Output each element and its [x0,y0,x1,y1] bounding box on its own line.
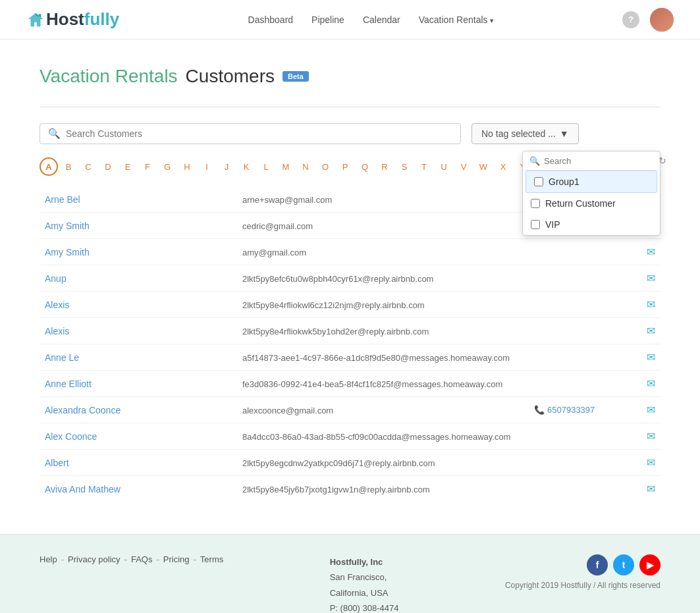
alpha-letter-V[interactable]: V [454,157,473,176]
alpha-letter-O[interactable]: O [316,157,335,176]
customer-name[interactable]: Albert [45,458,69,468]
alpha-letter-C[interactable]: C [79,157,97,176]
tag-checkbox-group1[interactable] [534,177,543,186]
help-icon[interactable]: ? [622,11,639,28]
footer-link-privacy-policy[interactable]: Privacy policy [68,554,120,564]
avatar-image [650,8,674,32]
alpha-letter-B[interactable]: B [59,157,78,176]
customer-name[interactable]: Alex Coonce [45,431,97,442]
alpha-letter-A[interactable]: A [40,157,58,176]
alpha-letter-I[interactable]: I [198,157,216,176]
header-icons: ? [622,8,674,32]
mail-icon[interactable]: ✉ [647,457,655,468]
footer-link-help[interactable]: Help [40,554,57,564]
search-input[interactable] [66,128,452,139]
footer-link-terms[interactable]: Terms [200,554,223,564]
table-row: Anup 2lkt5py8efc6tu0w8pbh40cyr61x@reply.… [40,265,660,292]
tag-dropdown-button[interactable]: No tag selected ... ▼ [471,123,579,144]
mail-icon[interactable]: ✉ [647,483,655,494]
alpha-letter-H[interactable]: H [178,157,196,176]
footer-link-separator: - [194,554,196,564]
table-row: Anne Le a5f14873-aee1-4c97-866e-a1dc8f9d… [40,344,660,371]
customer-name[interactable]: Aviva And Mathew [45,484,121,494]
tag-checkbox-vip[interactable] [531,220,540,229]
alpha-letter-S[interactable]: S [395,157,414,176]
alpha-letter-T[interactable]: T [415,157,433,176]
alpha-letter-F[interactable]: F [138,157,157,176]
customer-name[interactable]: Arne Bel [45,194,80,205]
mail-icon[interactable]: ✉ [647,299,655,310]
footer-link-faqs[interactable]: FAQs [131,554,153,564]
customer-name[interactable]: Amy Smith [45,221,90,231]
footer-link-pricing[interactable]: Pricing [163,554,190,564]
mail-icon[interactable]: ✉ [647,431,655,442]
alpha-letter-X[interactable]: X [494,157,512,176]
customer-name[interactable]: Anup [45,273,67,284]
tag-label-vip: VIP [545,219,560,230]
title-customers: Customers [186,66,275,87]
footer-link-separator: - [124,554,127,564]
youtube-icon[interactable]: ▶ [639,554,660,575]
footer-address1: San Francisco, [330,572,387,582]
nav-pipeline[interactable]: Pipeline [311,14,344,25]
tag-search-input[interactable] [544,156,655,166]
alpha-letter-P[interactable]: P [336,157,354,176]
customer-name[interactable]: Amy Smith [45,247,90,257]
alpha-letter-Q[interactable]: Q [356,157,374,176]
alpha-letter-J[interactable]: J [217,157,236,176]
tag-panel: 🔍 ↻ Group1 Return Customer VIP [522,151,660,236]
customer-name[interactable]: Alexis [45,300,69,310]
tag-refresh-icon[interactable]: ↻ [659,155,666,166]
alpha-letter-K[interactable]: K [237,157,256,176]
mail-icon[interactable]: ✉ [647,273,655,284]
alpha-letter-D[interactable]: D [99,157,117,176]
footer-company-name: Hostfully, Inc [330,557,383,567]
customer-name[interactable]: Anne Le [45,352,79,363]
footer-links: Help - Privacy policy - FAQs - Pricing -… [40,554,223,564]
tag-option-group1[interactable]: Group1 [525,171,657,193]
tag-checkbox-return-customer[interactable] [531,199,540,208]
twitter-icon[interactable]: t [613,554,634,575]
table-row: Albert 2lkt5py8egcdnw2yatkpc09d6j71@repl… [40,450,660,476]
tag-label-group1: Group1 [549,176,579,187]
title-divider [40,107,660,107]
alpha-letter-L[interactable]: L [257,157,275,176]
footer-links-section: Help - Privacy policy - FAQs - Pricing -… [40,554,223,564]
customer-email: 2lkt5py8e45jy6b7jxotg1igvw1n@reply.airbn… [242,485,430,494]
logo[interactable]: Hostfully [26,9,119,30]
table-row: Aviva And Mathew 2lkt5py8e45jy6b7jxotg1i… [40,476,660,502]
table-row: Alexis 2lkt5py8e4rfliokwk5by1ohd2er@repl… [40,318,660,344]
alpha-letter-U[interactable]: U [435,157,453,176]
alpha-letter-W[interactable]: W [474,157,493,176]
customer-phone[interactable]: 📞6507933397 [534,405,629,415]
mail-icon[interactable]: ✉ [647,352,655,363]
alpha-letter-G[interactable]: G [158,157,176,176]
footer-phone-label: P: [330,603,338,613]
table-row: Anne Elliott fe3d0836-0992-41e4-bea5-8f4… [40,371,660,397]
avatar[interactable] [650,8,674,32]
nav-calendar[interactable]: Calendar [363,14,400,25]
page-title: Vacation Rentals Customers Beta [40,66,660,87]
footer-address2: California, USA [330,588,389,598]
mail-icon[interactable]: ✉ [647,404,655,415]
mail-icon[interactable]: ✉ [647,378,655,389]
alpha-letter-R[interactable]: R [375,157,394,176]
tag-option-vip[interactable]: VIP [523,214,660,235]
phone-icon: 📞 [534,405,545,415]
footer-social: f t ▶ Copyright 2019 Hostfully / All rig… [505,554,660,590]
alpha-letter-N[interactable]: N [296,157,315,176]
tag-dropdown-label: No tag selected ... [481,128,556,139]
alpha-letter-M[interactable]: M [277,157,295,176]
nav-vacation-rentals[interactable]: Vacation Rentals [419,14,494,25]
alpha-letter-E[interactable]: E [119,157,137,176]
facebook-icon[interactable]: f [587,554,608,575]
customer-name[interactable]: Alexis [45,326,69,336]
tag-option-return-customer[interactable]: Return Customer [523,193,660,214]
mail-icon[interactable]: ✉ [647,246,655,257]
title-vacation: Vacation Rentals [40,66,178,87]
customer-name[interactable]: Anne Elliott [45,379,92,389]
nav-dashboard[interactable]: Dashboard [248,14,294,25]
mail-icon[interactable]: ✉ [647,325,655,336]
footer-link-separator: - [156,554,159,564]
customer-name[interactable]: Alexandra Coonce [45,405,121,415]
